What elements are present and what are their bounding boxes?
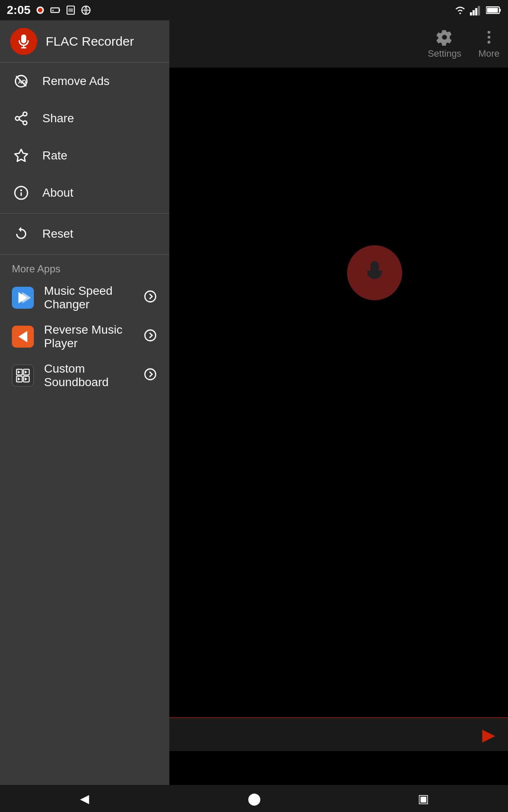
svg-rect-3	[59, 9, 60, 11]
record-button-main[interactable]	[347, 245, 402, 300]
record-indicator-icon	[35, 5, 46, 16]
svg-rect-14	[500, 9, 501, 12]
status-right-icons	[454, 5, 501, 16]
svg-rect-15	[487, 8, 498, 12]
svg-marker-38	[18, 370, 20, 374]
svg-point-1	[38, 8, 43, 13]
svg-point-18	[488, 41, 491, 44]
app-item-music-speed-changer[interactable]: Music Speed Changer	[0, 278, 169, 317]
more-label: More	[478, 48, 500, 59]
drawer-header: FLAC Recorder	[0, 20, 169, 63]
svg-point-17	[488, 36, 491, 39]
vpn-icon	[80, 5, 91, 16]
svg-line-26	[19, 115, 23, 118]
svg-text:+: +	[52, 8, 54, 13]
recent-button[interactable]: ▣	[411, 786, 436, 811]
status-time: 2:05 +	[7, 3, 91, 17]
microphone-icon-main	[362, 260, 387, 285]
svg-point-16	[488, 31, 491, 34]
custom-soundboard-icon	[12, 365, 34, 387]
svg-marker-33	[19, 331, 28, 343]
menu-item-about[interactable]: About	[0, 174, 169, 211]
svg-point-24	[23, 121, 27, 125]
reverse-music-player-arrow	[143, 328, 157, 346]
system-nav-bar: ◀ ⬤ ▣	[0, 785, 508, 812]
wifi-icon	[454, 5, 467, 16]
app-icon	[10, 28, 37, 55]
reset-label: Reset	[42, 227, 157, 241]
menu-item-rate[interactable]: Rate	[0, 137, 169, 174]
reverse-music-player-icon	[12, 326, 34, 348]
more-apps-section: More Apps	[0, 256, 169, 278]
sim-icon	[65, 5, 76, 16]
menu-item-remove-ads[interactable]: AD Remove Ads	[0, 63, 169, 100]
remove-ads-label: Remove Ads	[42, 74, 157, 88]
svg-marker-41	[25, 378, 28, 381]
svg-marker-32	[22, 292, 31, 304]
music-speed-changer-icon	[12, 287, 34, 309]
play-button[interactable]: ▶	[482, 725, 495, 744]
share-icon	[12, 109, 30, 128]
custom-soundboard-label: Custom Soundboard	[44, 362, 133, 389]
reset-icon	[12, 225, 30, 243]
back-button[interactable]: ◀	[72, 786, 97, 811]
app-item-reverse-music-player[interactable]: Reverse Music Player	[0, 317, 169, 356]
svg-point-22	[23, 112, 27, 116]
settings-label: Settings	[428, 48, 461, 59]
svg-marker-39	[25, 370, 28, 374]
more-apps-label: More Apps	[12, 263, 61, 274]
app-item-custom-soundboard[interactable]: Custom Soundboard	[0, 356, 169, 395]
svg-rect-12	[478, 6, 480, 16]
svg-rect-10	[472, 10, 475, 16]
svg-point-23	[16, 117, 19, 121]
divider-1	[0, 213, 169, 214]
playback-bar: ▶	[169, 717, 508, 751]
battery-saver-icon: +	[50, 5, 61, 16]
settings-icon	[436, 29, 453, 46]
star-icon	[12, 146, 30, 165]
home-button[interactable]: ⬤	[241, 786, 267, 811]
drawer-menu: AD Remove Ads Share	[0, 63, 169, 785]
share-label: Share	[42, 112, 157, 125]
settings-toolbar-item[interactable]: Settings	[428, 29, 461, 59]
recording-area	[169, 68, 508, 751]
divider-2	[0, 254, 169, 255]
svg-rect-11	[475, 8, 478, 16]
nav-drawer: FLAC Recorder AD Remove Ads	[0, 20, 169, 785]
custom-soundboard-arrow	[143, 367, 157, 384]
svg-marker-27	[15, 149, 28, 162]
rate-label: Rate	[42, 149, 157, 162]
app-title: FLAC Recorder	[46, 34, 134, 49]
battery-icon	[486, 5, 501, 16]
svg-rect-9	[470, 12, 472, 16]
ad-icon: AD	[12, 72, 30, 91]
status-bar: 2:05 +	[0, 0, 508, 20]
more-toolbar-item[interactable]: More	[478, 29, 500, 59]
time-display: 2:05	[7, 3, 30, 17]
reverse-music-player-label: Reverse Music Player	[44, 323, 133, 350]
music-speed-changer-arrow	[143, 289, 157, 307]
menu-item-share[interactable]: Share	[0, 100, 169, 137]
music-speed-changer-label: Music Speed Changer	[44, 284, 133, 311]
signal-icon	[470, 5, 483, 16]
menu-item-reset[interactable]: Reset	[0, 215, 169, 252]
microphone-icon-header	[16, 34, 31, 49]
about-label: About	[42, 186, 157, 200]
svg-line-25	[19, 119, 23, 122]
info-icon	[12, 184, 30, 202]
svg-marker-40	[18, 378, 20, 381]
more-icon	[480, 29, 497, 46]
svg-rect-6	[69, 8, 73, 12]
